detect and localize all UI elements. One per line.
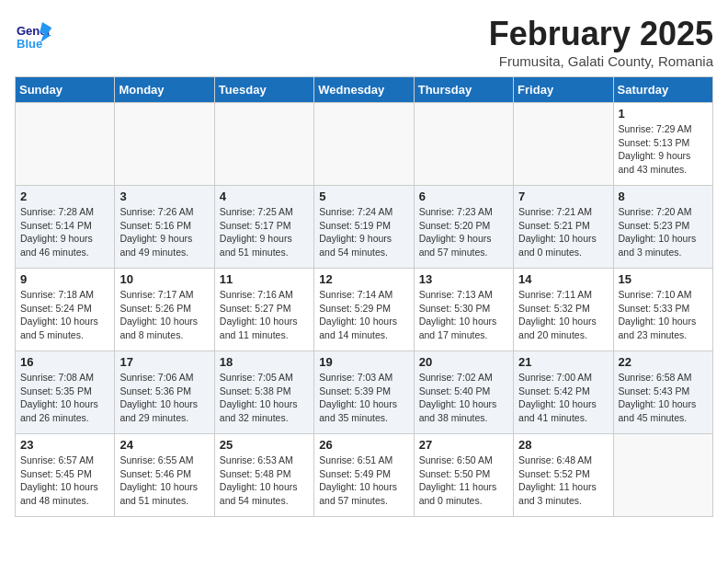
day-info: Sunrise: 7:08 AM Sunset: 5:35 PM Dayligh… bbox=[20, 371, 109, 425]
day-info: Sunrise: 7:17 AM Sunset: 5:26 PM Dayligh… bbox=[119, 288, 209, 342]
day-number: 7 bbox=[518, 190, 608, 203]
calendar-header-row: SundayMondayTuesdayWednesdayThursdayFrid… bbox=[16, 77, 713, 103]
day-info: Sunrise: 7:24 AM Sunset: 5:19 PM Dayligh… bbox=[319, 205, 408, 259]
day-number: 12 bbox=[319, 272, 408, 286]
calendar-week-row: 16Sunrise: 7:08 AM Sunset: 5:35 PM Dayli… bbox=[16, 351, 713, 434]
logo-icon: General Blue bbox=[15, 15, 51, 52]
calendar-cell: 16Sunrise: 7:08 AM Sunset: 5:35 PM Dayli… bbox=[16, 351, 115, 434]
col-header-friday: Friday bbox=[514, 77, 613, 103]
day-number: 6 bbox=[419, 190, 508, 203]
logo: General Blue bbox=[15, 15, 55, 52]
calendar-cell: 18Sunrise: 7:05 AM Sunset: 5:38 PM Dayli… bbox=[214, 351, 313, 434]
day-info: Sunrise: 7:11 AM Sunset: 5:32 PM Dayligh… bbox=[518, 288, 608, 342]
day-number: 27 bbox=[419, 438, 508, 452]
day-info: Sunrise: 6:48 AM Sunset: 5:52 PM Dayligh… bbox=[518, 454, 608, 508]
day-info: Sunrise: 7:14 AM Sunset: 5:29 PM Dayligh… bbox=[319, 288, 408, 342]
page-header: General Blue February 2025 Frumusita, Ga… bbox=[15, 15, 713, 69]
day-number: 1 bbox=[619, 107, 708, 121]
day-info: Sunrise: 7:16 AM Sunset: 5:27 PM Dayligh… bbox=[220, 288, 309, 342]
calendar-cell: 10Sunrise: 7:17 AM Sunset: 5:26 PM Dayli… bbox=[115, 269, 214, 351]
day-info: Sunrise: 7:26 AM Sunset: 5:16 PM Dayligh… bbox=[119, 205, 209, 259]
calendar-cell: 23Sunrise: 6:57 AM Sunset: 5:45 PM Dayli… bbox=[16, 434, 115, 517]
day-info: Sunrise: 7:06 AM Sunset: 5:36 PM Dayligh… bbox=[119, 371, 209, 425]
calendar-cell bbox=[214, 103, 313, 186]
col-header-thursday: Thursday bbox=[414, 77, 513, 103]
day-info: Sunrise: 7:20 AM Sunset: 5:23 PM Dayligh… bbox=[619, 205, 708, 259]
col-header-sunday: Sunday bbox=[16, 77, 115, 103]
day-info: Sunrise: 7:18 AM Sunset: 5:24 PM Dayligh… bbox=[20, 288, 109, 342]
col-header-wednesday: Wednesday bbox=[314, 77, 414, 103]
title-block: February 2025 Frumusita, Galati County, … bbox=[489, 15, 713, 69]
day-number: 18 bbox=[220, 355, 309, 369]
calendar-cell: 24Sunrise: 6:55 AM Sunset: 5:46 PM Dayli… bbox=[115, 434, 214, 517]
calendar-cell bbox=[314, 103, 414, 186]
day-info: Sunrise: 7:25 AM Sunset: 5:17 PM Dayligh… bbox=[220, 205, 309, 259]
day-info: Sunrise: 7:13 AM Sunset: 5:30 PM Dayligh… bbox=[419, 288, 508, 342]
day-info: Sunrise: 7:21 AM Sunset: 5:21 PM Dayligh… bbox=[518, 205, 608, 259]
calendar-cell: 13Sunrise: 7:13 AM Sunset: 5:30 PM Dayli… bbox=[414, 269, 513, 351]
day-number: 8 bbox=[619, 190, 708, 203]
calendar-cell: 5Sunrise: 7:24 AM Sunset: 5:19 PM Daylig… bbox=[314, 186, 414, 269]
day-number: 19 bbox=[319, 355, 408, 369]
calendar-cell: 27Sunrise: 6:50 AM Sunset: 5:50 PM Dayli… bbox=[414, 434, 513, 517]
calendar-cell: 2Sunrise: 7:28 AM Sunset: 5:14 PM Daylig… bbox=[16, 186, 115, 269]
day-info: Sunrise: 7:23 AM Sunset: 5:20 PM Dayligh… bbox=[419, 205, 508, 259]
day-info: Sunrise: 6:51 AM Sunset: 5:49 PM Dayligh… bbox=[319, 454, 408, 508]
calendar-week-row: 1Sunrise: 7:29 AM Sunset: 5:13 PM Daylig… bbox=[16, 103, 713, 186]
calendar-cell bbox=[115, 103, 214, 186]
calendar-cell: 6Sunrise: 7:23 AM Sunset: 5:20 PM Daylig… bbox=[414, 186, 513, 269]
day-number: 2 bbox=[20, 190, 109, 203]
day-number: 11 bbox=[220, 272, 309, 286]
col-header-saturday: Saturday bbox=[613, 77, 712, 103]
calendar-cell: 11Sunrise: 7:16 AM Sunset: 5:27 PM Dayli… bbox=[214, 269, 313, 351]
day-number: 25 bbox=[220, 438, 309, 452]
day-number: 28 bbox=[518, 438, 608, 452]
day-number: 14 bbox=[518, 272, 608, 286]
day-number: 4 bbox=[220, 190, 309, 203]
calendar-cell: 15Sunrise: 7:10 AM Sunset: 5:33 PM Dayli… bbox=[613, 269, 712, 351]
day-number: 17 bbox=[119, 355, 209, 369]
location-subtitle: Frumusita, Galati County, Romania bbox=[489, 53, 713, 69]
day-number: 3 bbox=[119, 190, 209, 203]
day-info: Sunrise: 7:05 AM Sunset: 5:38 PM Dayligh… bbox=[220, 371, 309, 425]
day-number: 26 bbox=[319, 438, 408, 452]
day-info: Sunrise: 7:29 AM Sunset: 5:13 PM Dayligh… bbox=[619, 122, 708, 177]
calendar-cell: 4Sunrise: 7:25 AM Sunset: 5:17 PM Daylig… bbox=[214, 186, 313, 269]
calendar-cell: 20Sunrise: 7:02 AM Sunset: 5:40 PM Dayli… bbox=[414, 351, 513, 434]
col-header-monday: Monday bbox=[115, 77, 214, 103]
calendar-cell: 14Sunrise: 7:11 AM Sunset: 5:32 PM Dayli… bbox=[514, 269, 613, 351]
month-title: February 2025 bbox=[489, 15, 713, 53]
day-info: Sunrise: 7:10 AM Sunset: 5:33 PM Dayligh… bbox=[619, 288, 708, 342]
svg-text:Blue: Blue bbox=[17, 37, 42, 51]
day-number: 24 bbox=[119, 438, 209, 452]
day-number: 10 bbox=[119, 272, 209, 286]
day-info: Sunrise: 6:53 AM Sunset: 5:48 PM Dayligh… bbox=[220, 454, 309, 508]
calendar-cell: 22Sunrise: 6:58 AM Sunset: 5:43 PM Dayli… bbox=[613, 351, 712, 434]
day-number: 23 bbox=[20, 438, 109, 452]
calendar-table: SundayMondayTuesdayWednesdayThursdayFrid… bbox=[15, 76, 713, 517]
calendar-cell: 7Sunrise: 7:21 AM Sunset: 5:21 PM Daylig… bbox=[514, 186, 613, 269]
day-number: 20 bbox=[419, 355, 508, 369]
calendar-cell: 8Sunrise: 7:20 AM Sunset: 5:23 PM Daylig… bbox=[613, 186, 712, 269]
day-number: 21 bbox=[518, 355, 608, 369]
day-info: Sunrise: 6:57 AM Sunset: 5:45 PM Dayligh… bbox=[20, 454, 109, 508]
calendar-week-row: 9Sunrise: 7:18 AM Sunset: 5:24 PM Daylig… bbox=[16, 269, 713, 351]
calendar-cell: 9Sunrise: 7:18 AM Sunset: 5:24 PM Daylig… bbox=[16, 269, 115, 351]
day-info: Sunrise: 7:28 AM Sunset: 5:14 PM Dayligh… bbox=[20, 205, 109, 259]
day-number: 5 bbox=[319, 190, 408, 203]
calendar-cell bbox=[613, 434, 712, 517]
calendar-cell: 3Sunrise: 7:26 AM Sunset: 5:16 PM Daylig… bbox=[115, 186, 214, 269]
calendar-cell: 17Sunrise: 7:06 AM Sunset: 5:36 PM Dayli… bbox=[115, 351, 214, 434]
calendar-cell: 1Sunrise: 7:29 AM Sunset: 5:13 PM Daylig… bbox=[613, 103, 712, 186]
day-number: 13 bbox=[419, 272, 508, 286]
day-number: 22 bbox=[619, 355, 708, 369]
day-number: 16 bbox=[20, 355, 109, 369]
calendar-week-row: 23Sunrise: 6:57 AM Sunset: 5:45 PM Dayli… bbox=[16, 434, 713, 517]
day-info: Sunrise: 6:50 AM Sunset: 5:50 PM Dayligh… bbox=[419, 454, 508, 508]
calendar-cell bbox=[514, 103, 613, 186]
calendar-cell: 21Sunrise: 7:00 AM Sunset: 5:42 PM Dayli… bbox=[514, 351, 613, 434]
calendar-cell: 19Sunrise: 7:03 AM Sunset: 5:39 PM Dayli… bbox=[314, 351, 414, 434]
calendar-cell bbox=[16, 103, 115, 186]
calendar-cell: 25Sunrise: 6:53 AM Sunset: 5:48 PM Dayli… bbox=[214, 434, 313, 517]
day-info: Sunrise: 6:58 AM Sunset: 5:43 PM Dayligh… bbox=[619, 371, 708, 425]
